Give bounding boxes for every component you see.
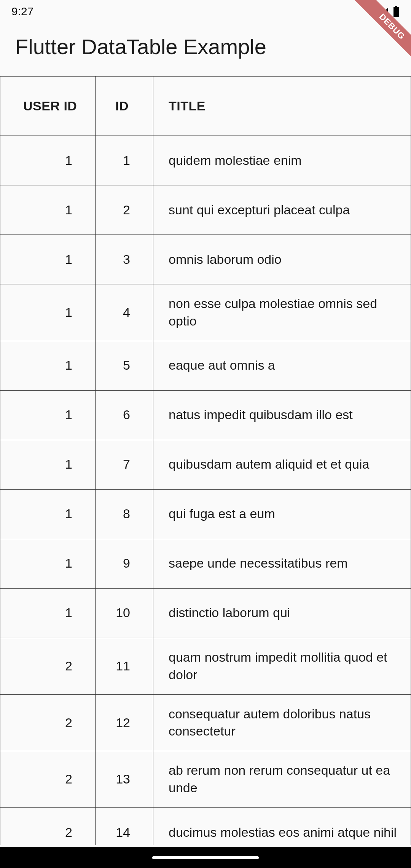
status-time: 9:27 bbox=[11, 5, 33, 18]
table-row[interactable]: 15eaque aut omnis a bbox=[0, 341, 411, 390]
cell-title: quidem molestiae enim bbox=[153, 136, 411, 185]
cell-id: 3 bbox=[96, 235, 153, 284]
datatable[interactable]: USER ID ID TITLE 11quidem molestiae enim… bbox=[0, 76, 411, 845]
table-row[interactable]: 18qui fuga est a eum bbox=[0, 489, 411, 539]
cell-userid: 2 bbox=[0, 751, 96, 808]
cell-id: 13 bbox=[96, 751, 153, 808]
table-row[interactable]: 110distinctio laborum qui bbox=[0, 588, 411, 638]
cell-id: 7 bbox=[96, 440, 153, 489]
table-row[interactable]: 16natus impedit quibusdam illo est bbox=[0, 390, 411, 440]
table-row[interactable]: 14non esse culpa molestiae omnis sed opt… bbox=[0, 284, 411, 341]
table-row[interactable]: 17quibusdam autem aliquid et et quia bbox=[0, 440, 411, 489]
column-header-userid[interactable]: USER ID bbox=[0, 77, 96, 136]
cell-id: 2 bbox=[96, 185, 153, 235]
cell-title: ducimus molestias eos animi atque nihil bbox=[153, 808, 411, 845]
cell-title: non esse culpa molestiae omnis sed optio bbox=[153, 284, 411, 341]
table-row[interactable]: 19saepe unde necessitatibus rem bbox=[0, 539, 411, 588]
cell-userid: 1 bbox=[0, 390, 96, 440]
table-row[interactable]: 13omnis laborum odio bbox=[0, 235, 411, 284]
table-row[interactable]: 213ab rerum non rerum consequatur ut ea … bbox=[0, 751, 411, 808]
cell-id: 6 bbox=[96, 390, 153, 440]
navigation-bar bbox=[0, 847, 411, 868]
column-header-title[interactable]: TITLE bbox=[153, 77, 411, 136]
cell-title: omnis laborum odio bbox=[153, 235, 411, 284]
cell-title: consequatur autem doloribus natus consec… bbox=[153, 694, 411, 751]
cell-userid: 2 bbox=[0, 638, 96, 694]
status-bar: 9:27 bbox=[0, 0, 411, 23]
cell-title: natus impedit quibusdam illo est bbox=[153, 390, 411, 440]
column-header-id[interactable]: ID bbox=[96, 77, 153, 136]
cell-userid: 2 bbox=[0, 694, 96, 751]
cell-id: 1 bbox=[96, 136, 153, 185]
cell-userid: 1 bbox=[0, 539, 96, 588]
cell-userid: 1 bbox=[0, 440, 96, 489]
cell-userid: 2 bbox=[0, 808, 96, 845]
page-title: Flutter DataTable Example bbox=[15, 34, 396, 59]
cell-title: eaque aut omnis a bbox=[153, 341, 411, 390]
cell-userid: 1 bbox=[0, 588, 96, 638]
cell-userid: 1 bbox=[0, 284, 96, 341]
cell-title: ab rerum non rerum consequatur ut ea und… bbox=[153, 751, 411, 808]
cell-id: 12 bbox=[96, 694, 153, 751]
cell-id: 4 bbox=[96, 284, 153, 341]
battery-icon bbox=[393, 6, 400, 17]
cell-title: distinctio laborum qui bbox=[153, 588, 411, 638]
cell-userid: 1 bbox=[0, 235, 96, 284]
cell-userid: 1 bbox=[0, 341, 96, 390]
app-bar: Flutter DataTable Example bbox=[0, 23, 411, 76]
cell-userid: 1 bbox=[0, 489, 96, 539]
table-row[interactable]: 214ducimus molestias eos animi atque nih… bbox=[0, 808, 411, 845]
table-header-row: USER ID ID TITLE bbox=[0, 77, 411, 136]
cell-id: 8 bbox=[96, 489, 153, 539]
cell-id: 11 bbox=[96, 638, 153, 694]
cell-title: saepe unde necessitatibus rem bbox=[153, 539, 411, 588]
table-row[interactable]: 211quam nostrum impedit mollitia quod et… bbox=[0, 638, 411, 694]
cell-id: 5 bbox=[96, 341, 153, 390]
cell-id: 10 bbox=[96, 588, 153, 638]
table-row[interactable]: 12sunt qui excepturi placeat culpa bbox=[0, 185, 411, 235]
cell-userid: 1 bbox=[0, 185, 96, 235]
table-row[interactable]: 212consequatur autem doloribus natus con… bbox=[0, 694, 411, 751]
cell-title: qui fuga est a eum bbox=[153, 489, 411, 539]
cell-id: 14 bbox=[96, 808, 153, 845]
cell-title: quam nostrum impedit mollitia quod et do… bbox=[153, 638, 411, 694]
table-row[interactable]: 11quidem molestiae enim bbox=[0, 136, 411, 185]
cell-title: quibusdam autem aliquid et et quia bbox=[153, 440, 411, 489]
cell-id: 9 bbox=[96, 539, 153, 588]
cell-userid: 1 bbox=[0, 136, 96, 185]
cell-title: sunt qui excepturi placeat culpa bbox=[153, 185, 411, 235]
home-indicator[interactable] bbox=[152, 856, 259, 859]
